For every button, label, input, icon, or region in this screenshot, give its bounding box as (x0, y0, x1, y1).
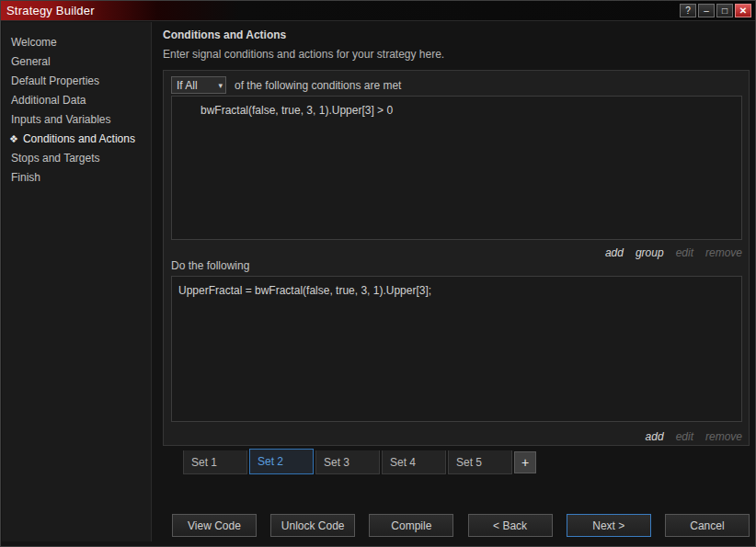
unlock-code-button[interactable]: Unlock Code (270, 514, 355, 537)
chevron-down-icon: ▾ (218, 81, 223, 90)
tab-set-4[interactable]: Set 4 (382, 450, 446, 474)
conditions-list[interactable]: bwFractal(false, true, 3, 1).Upper[3] > … (171, 96, 742, 240)
bottom-button-bar: View Code Unlock Code Compile < Back Nex… (172, 514, 750, 537)
conditions-mode-row: If All ▾ of the following conditions are… (171, 76, 401, 94)
actions-section-label: Do the following (171, 259, 249, 272)
window-title: Strategy Builder (6, 4, 95, 17)
sidebar-item-default-properties[interactable]: Default Properties (2, 72, 151, 91)
close-button[interactable]: ✕ (735, 4, 751, 17)
minimize-button[interactable]: – (698, 4, 715, 17)
tab-set-3[interactable]: Set 3 (315, 450, 380, 474)
back-button[interactable]: < Back (468, 514, 553, 537)
next-button[interactable]: Next > (567, 514, 651, 537)
view-code-button[interactable]: View Code (172, 514, 257, 537)
page-title: Conditions and Actions (163, 28, 286, 41)
set-tabs: Set 1 Set 2 Set 3 Set 4 Set 5 + (183, 449, 536, 474)
sidebar-item-inputs-and-variables[interactable]: Inputs and Variables (2, 110, 151, 130)
condition-add-link[interactable]: add (605, 246, 624, 259)
wizard-steps-sidebar: Welcome General Default Properties Addit… (2, 22, 152, 541)
title-bar[interactable]: Strategy Builder ? – □ ✕ (1, 1, 755, 21)
set-tab-page-panel: If All ▾ of the following conditions are… (163, 70, 750, 446)
conditions-mode-label: of the following conditions are met (235, 79, 401, 92)
maximize-button[interactable]: □ (716, 4, 733, 17)
tab-set-2[interactable]: Set 2 (249, 449, 314, 474)
window-controls: ? – □ ✕ (680, 4, 751, 17)
current-step-diamond-icon: ❖ (9, 133, 18, 144)
tab-set-5[interactable]: Set 5 (448, 450, 512, 474)
actions-links: add edit remove (646, 430, 742, 443)
sidebar-item-label: Conditions and Actions (23, 132, 135, 145)
conditions-mode-select[interactable]: If All ▾ (171, 76, 226, 94)
condition-group-link[interactable]: group (636, 246, 664, 259)
strategy-builder-window: Strategy Builder ? – □ ✕ Welcome General… (0, 0, 756, 547)
conditions-mode-value: If All (177, 79, 198, 92)
actions-list[interactable]: UpperFractal = bwFractal(false, true, 3,… (171, 276, 742, 422)
condition-item[interactable]: bwFractal(false, true, 3, 1).Upper[3] > … (172, 97, 741, 117)
condition-edit-link: edit (676, 246, 693, 259)
sidebar-item-welcome[interactable]: Welcome (2, 33, 151, 52)
page-subtitle: Enter signal conditions and actions for … (163, 48, 444, 61)
compile-button[interactable]: Compile (369, 514, 453, 537)
tab-set-1[interactable]: Set 1 (183, 450, 247, 474)
help-button[interactable]: ? (680, 4, 696, 17)
add-set-button[interactable]: + (514, 451, 536, 473)
sidebar-item-conditions-and-actions[interactable]: ❖Conditions and Actions (2, 130, 151, 149)
sidebar-item-general[interactable]: General (2, 52, 151, 72)
action-add-link[interactable]: add (646, 430, 664, 443)
sidebar-item-finish[interactable]: Finish (2, 168, 151, 188)
conditions-actions-links: add group edit remove (605, 246, 742, 259)
sidebar-item-additional-data[interactable]: Additional Data (2, 91, 151, 110)
action-edit-link: edit (676, 430, 693, 443)
condition-remove-link: remove (705, 246, 742, 259)
action-item[interactable]: UpperFractal = bwFractal(false, true, 3,… (172, 277, 741, 297)
cancel-button[interactable]: Cancel (665, 514, 750, 537)
sidebar-item-stops-and-targets[interactable]: Stops and Targets (2, 149, 151, 168)
action-remove-link: remove (705, 430, 742, 443)
